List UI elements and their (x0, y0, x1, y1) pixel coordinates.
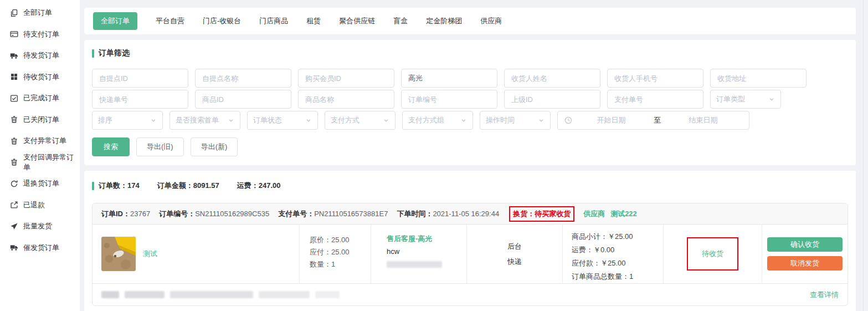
start-date-input[interactable]: 开始日期 (572, 115, 650, 125)
pickup-point-id-input[interactable] (92, 69, 188, 88)
send-icon (10, 222, 18, 231)
order-status-badge: 待收货 (702, 249, 723, 258)
actions-cell: 确认收货 取消发货 (762, 225, 848, 283)
package-icon (10, 73, 18, 81)
goods-subtotal: 商品小计：￥25.00 (572, 230, 663, 243)
sidebar-item-all-orders[interactable]: 全部订单 (0, 2, 80, 24)
exchange-status-badge: 换货：待买家收货 (509, 206, 574, 222)
orders-panel: 订单数：174 订单金额：8091.57 运费：247.00 订单ID：2376… (84, 171, 856, 311)
tab-supplier[interactable]: 供应商 (480, 16, 502, 26)
sidebar-item-urge-shipment[interactable]: 催发货订单 (0, 237, 80, 259)
tab-all-orders[interactable]: 全部订单 (93, 12, 137, 30)
receiver-phone-input[interactable] (607, 69, 703, 88)
sidebar-item-pending-payment[interactable]: 待支付订单 (0, 24, 80, 45)
order-card: 订单ID：23767 订单编号：SN211105162989C535 支付单号：… (92, 203, 848, 306)
operate-time-select[interactable]: 操作时间 (480, 111, 551, 130)
shipping-fee: 运费：247.00 (237, 181, 281, 191)
tab-store-cashier[interactable]: 门店-收银台 (203, 16, 241, 26)
sidebar-item-refunded[interactable]: 已退款 (0, 195, 80, 216)
supplier-name-link[interactable]: 测试222 (610, 209, 637, 219)
truck-icon (10, 52, 18, 60)
sidebar-item-pending-shipment[interactable]: 待发货订单 (0, 45, 80, 67)
receiver-name-input[interactable] (504, 69, 600, 88)
pay-method-select[interactable]: 支付方式 (325, 111, 396, 130)
supplier-info: 供应商 测试222 (583, 209, 637, 219)
receiver-address-input[interactable] (710, 69, 807, 88)
trash-icon (10, 137, 18, 145)
product-name-input[interactable] (298, 90, 394, 109)
sidebar-item-pending-receipt[interactable]: 待收货订单 (0, 67, 80, 88)
chevron-down-icon (150, 117, 157, 124)
product-id-input[interactable] (195, 90, 291, 109)
confirm-receipt-button[interactable]: 确认收货 (767, 237, 843, 252)
tab-platform-self[interactable]: 平台自营 (156, 16, 184, 26)
search-button[interactable]: 搜索 (92, 137, 130, 156)
sidebar-item-closed[interactable]: 已关闭订单 (0, 109, 80, 131)
tab-bar: 全部订单 平台自营 门店-收银台 门店商品 租赁 聚合供应链 盲盒 定金阶梯团 … (84, 8, 856, 34)
clock-icon (564, 116, 572, 124)
tab-lease[interactable]: 租赁 (306, 16, 321, 26)
order-no-input[interactable] (401, 90, 497, 109)
chevron-down-icon (305, 117, 312, 124)
tab-deposit-ladder-group[interactable]: 定金阶梯团 (426, 16, 462, 26)
export-old-button[interactable]: 导出(旧) (136, 137, 184, 156)
product-image[interactable] (101, 237, 136, 271)
order-type-select[interactable]: 订单类型 (710, 90, 781, 109)
quantity: 数量：1 (310, 258, 371, 271)
summary-bar: 订单数：174 订单金额：8091.57 运费：247.00 (92, 181, 848, 191)
order-time: 下单时间：2021-11-05 16:29:44 (397, 209, 499, 219)
tab-store-goods[interactable]: 门店商品 (259, 16, 288, 26)
date-range-picker[interactable]: 开始日期 至 结束日期 (557, 111, 749, 130)
buyer-member-name-input[interactable] (401, 69, 497, 88)
payable-price: 应付：25.00 (310, 246, 371, 258)
order-status-select[interactable]: 订单状态 (247, 111, 318, 130)
export-new-button[interactable]: 导出(新) (191, 137, 238, 156)
sidebar-item-batch-shipment[interactable]: 批量发货 (0, 216, 80, 237)
order-id: 订单ID：23767 (101, 209, 150, 219)
freight: 运费：￥0.00 (572, 243, 663, 257)
product-name-link[interactable]: 测试 (143, 249, 157, 259)
redacted-text (170, 291, 253, 298)
annotation-box: 待收货 (687, 237, 738, 271)
check-square-icon (10, 94, 18, 103)
pay-no-input[interactable] (607, 90, 703, 109)
sort-select[interactable]: 排序 (92, 111, 163, 130)
card-icon (10, 30, 18, 38)
delivery-cell: 后台 快递 (467, 225, 563, 283)
order-amount: 订单金额：8091.57 (157, 181, 219, 191)
express-no-input[interactable] (92, 90, 188, 109)
sidebar-item-label: 批量发货 (23, 221, 52, 231)
sidebar-item-completed[interactable]: 已完成订单 (0, 88, 80, 109)
sidebar-item-label: 支付异常订单 (23, 136, 66, 146)
tab-aggregate-supply-chain[interactable]: 聚合供应链 (339, 16, 375, 26)
view-detail-link[interactable]: 查看详情 (810, 290, 839, 300)
original-price: 原价：25.00 (310, 234, 371, 246)
sidebar-item-callback-error[interactable]: 支付回调异常订单 (0, 152, 80, 174)
pickup-point-name-input[interactable] (195, 69, 291, 88)
parent-id-input[interactable] (504, 90, 600, 109)
sidebar-item-return-exchange[interactable]: 退换货订单 (0, 173, 80, 195)
buyer-member-id-input[interactable] (298, 69, 394, 88)
status-cell: 待收货 (664, 225, 762, 283)
chevron-down-icon (768, 96, 775, 103)
trash-icon (10, 158, 18, 166)
order-count: 订单数：174 (99, 181, 140, 191)
pay-method-group-select[interactable]: 支付方式组 (402, 111, 473, 130)
chevron-down-icon (460, 117, 467, 124)
chevron-down-icon (383, 117, 389, 124)
redacted-text (387, 261, 442, 268)
totals-cell: 商品小计：￥25.00 运费：￥0.00 应付款：￥25.00 订单商品总数量：… (563, 225, 664, 283)
product-cell: 测试 (93, 225, 300, 283)
order-footer: 查看详情 (93, 283, 848, 305)
title-accent-bar (92, 49, 94, 58)
cancel-shipment-button[interactable]: 取消发货 (767, 256, 843, 271)
trash-icon (10, 115, 18, 124)
copy-icon (10, 9, 18, 17)
sidebar-item-payment-error[interactable]: 支付异常订单 (0, 130, 80, 152)
end-date-input[interactable]: 结束日期 (664, 115, 742, 125)
delivery-source: 后台 (507, 239, 522, 254)
after-sales-service-link[interactable]: 售后客服-高光 (387, 232, 466, 245)
first-order-select[interactable]: 是否搜索首单 (170, 111, 240, 130)
tab-blind-box[interactable]: 盲盒 (393, 16, 408, 26)
service-agent-name: hcw (387, 245, 466, 258)
